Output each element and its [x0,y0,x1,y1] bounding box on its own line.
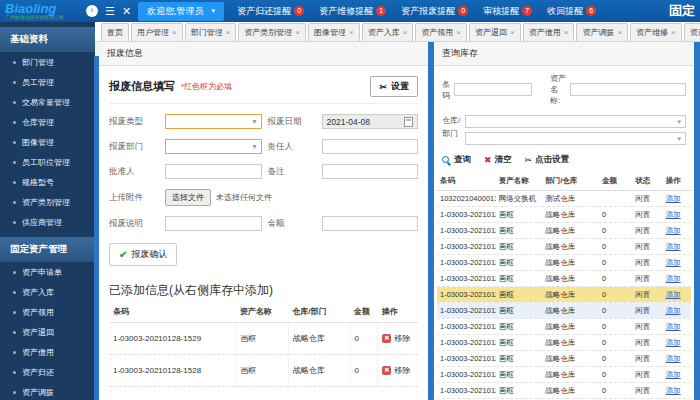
tab[interactable]: 资产损坏× [684,23,700,41]
tab[interactable]: 部门管理× [185,23,237,41]
sidebar-item[interactable]: 图像管理 [0,132,95,152]
tab[interactable]: 资产借用× [523,23,575,41]
add-link[interactable]: 添加 [666,322,681,331]
sidebar-item[interactable]: 员工管理 [0,72,95,92]
description-input[interactable] [165,216,262,231]
table-row[interactable]: 1-03003-2021012画框战略仓库0闲置添加 [437,223,691,239]
add-link[interactable]: 添加 [666,194,681,203]
add-link[interactable]: 添加 [666,386,681,395]
click-settings-button[interactable]: ✂ 点击设置 [525,154,570,166]
tab-close-icon[interactable]: × [456,28,461,37]
tab[interactable]: 资产调拨× [576,23,628,41]
table-row[interactable]: 1-03003-2021012画框战略仓库0闲置添加 [437,207,691,223]
inv-name-input[interactable] [570,83,686,96]
sidebar-scrollbar[interactable] [94,56,99,400]
notification-item[interactable]: 资产维修提醒1 [319,5,386,18]
table-row[interactable]: 1-03003-2021012画框战略仓库0闲置添加 [437,351,691,367]
add-link[interactable]: 添加 [666,226,681,235]
settings-button[interactable]: ✂ 设置 [370,76,418,97]
sidebar-item[interactable]: 仓库管理 [0,112,95,132]
table-row[interactable]: 1-03003-2021012画框战略仓库0闲置添加 [437,383,691,399]
tab-close-icon[interactable]: × [510,28,515,37]
table-row[interactable]: 1-03003-2021012画框战略仓库0闲置添加 [437,367,691,383]
add-link[interactable]: 添加 [666,370,681,379]
inv-warehouse-select[interactable]: ▾ [465,115,686,128]
sidebar-item[interactable]: 供应商管理 [0,212,95,232]
add-link[interactable]: 添加 [666,210,681,219]
add-link[interactable]: 添加 [666,290,681,299]
menu-icon[interactable]: ☰ [105,5,115,18]
tab-close-icon[interactable]: × [295,28,300,37]
tab-close-icon[interactable]: × [226,28,231,37]
amount-input[interactable] [322,216,419,231]
sidebar-item[interactable]: 员工职位管理 [0,152,95,172]
tab-close-icon[interactable]: × [172,28,177,37]
sidebar-item[interactable]: 交易常量管理 [0,92,95,112]
tab[interactable]: 资产类别管理× [238,23,306,41]
add-link[interactable]: 添加 [666,354,681,363]
tab[interactable]: 资产维修× [630,23,682,41]
add-link[interactable]: 添加 [666,306,681,315]
sidebar-item[interactable]: 资产借用 [0,342,95,362]
add-link[interactable]: 添加 [666,258,681,267]
table-row[interactable]: 1-03003-2021012画框战略仓库0闲置添加 [437,271,691,287]
search-button[interactable]: 查询 [442,154,471,166]
sidebar-item[interactable]: 资产调拨 [0,382,95,400]
sidebar-item[interactable]: 资产退回 [0,322,95,342]
tab[interactable]: 资产退回× [469,23,521,41]
notification-item[interactable]: 审核提醒7 [483,5,532,18]
app-logo: Biaoling 广州标领信息科技有限公司 [5,2,77,21]
clear-button[interactable]: ✖ 清空 [484,154,512,166]
right-panel-scrollbar[interactable] [694,42,700,400]
sidebar-item-label: 图像管理 [22,137,54,148]
sidebar-item[interactable]: 规格型号 [0,172,95,192]
close-icon[interactable]: ✕ [122,5,131,18]
collapse-arrow-icon[interactable]: ‹ [86,5,98,17]
calendar-icon[interactable] [404,117,413,127]
bullet-icon [13,371,16,374]
scrap-dept-select[interactable]: ▾ [165,139,262,154]
tab-close-icon[interactable]: × [671,28,676,37]
sidebar-item[interactable]: 资产归还 [0,362,95,382]
tab-close-icon[interactable]: × [564,28,569,37]
tab[interactable]: 资产领用× [415,23,467,41]
tab-close-icon[interactable]: × [403,28,408,37]
add-link[interactable]: 添加 [666,242,681,251]
tab[interactable]: 用户管理× [131,23,183,41]
sidebar-item[interactable]: 部门管理 [0,52,95,72]
responsible-input[interactable] [322,139,419,154]
tab[interactable]: 图像管理× [308,23,360,41]
scrap-confirm-button[interactable]: ✔ 报废确认 [109,243,177,266]
notification-item[interactable]: 资产报废提醒0 [401,5,468,18]
inv-dept-select[interactable]: ▾ [465,132,686,145]
sidebar-item[interactable]: 资产领用 [0,302,95,322]
remove-button[interactable]: ✖移除 [382,333,410,344]
scrap-type-select[interactable]: ▾ [165,114,262,129]
add-link[interactable]: 添加 [666,274,681,283]
table-row[interactable]: 10320210400013网络交换机测试仓库闲置添加 [437,191,691,207]
sidebar-item[interactable]: 资产类别管理 [0,192,95,212]
main-panel-scrollbar[interactable] [428,42,434,400]
choose-file-button[interactable]: 选择文件 [165,189,211,206]
remark-input[interactable] [322,164,419,179]
notification-item[interactable]: 收回提醒6 [547,5,596,18]
approver-input[interactable] [165,164,262,179]
table-row[interactable]: 1-03003-2021012画框战略仓库0闲置添加 [437,239,691,255]
table-row[interactable]: 1-03003-2021012画框战略仓库0闲置添加 [437,287,691,303]
table-row[interactable]: 1-03003-2021012画框战略仓库0闲置添加 [437,303,691,319]
tab-close-icon[interactable]: × [349,28,354,37]
sidebar-item[interactable]: 资产入库 [0,282,95,302]
scrap-date-input[interactable]: 2021-04-08 [322,114,419,129]
user-menu[interactable]: 欢迎您,管理员 ▾ [138,2,224,21]
remove-button[interactable]: ✖移除 [382,365,410,376]
table-row[interactable]: 1-03003-2021012画框战略仓库0闲置添加 [437,255,691,271]
table-row[interactable]: 1-03003-2021012画框战略仓库0闲置添加 [437,319,691,335]
table-row[interactable]: 1-03003-2021012画框战略仓库0闲置添加 [437,335,691,351]
add-link[interactable]: 添加 [666,338,681,347]
tab[interactable]: 资产入库× [362,23,414,41]
inv-barcode-input[interactable] [454,83,532,96]
tab[interactable]: 首页 [101,23,129,41]
notification-item[interactable]: 资产归还提醒0 [237,5,304,18]
sidebar-item[interactable]: 资产申请单 [0,262,95,282]
tab-close-icon[interactable]: × [617,28,622,37]
